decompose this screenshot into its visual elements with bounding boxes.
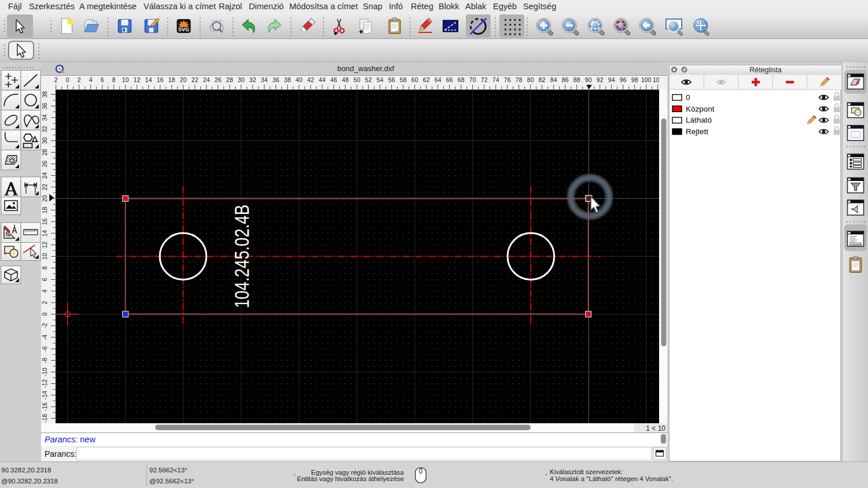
svg-text:24: 24 [203, 76, 210, 83]
svg-text:10: 10 [122, 76, 129, 83]
svg-text:32: 32 [249, 76, 256, 83]
svg-text:34: 34 [261, 76, 268, 83]
svg-text:100: 100 [641, 76, 652, 83]
svg-text:12: 12 [134, 76, 141, 83]
svg-text:84: 84 [550, 76, 557, 83]
svg-text:48: 48 [342, 76, 349, 83]
svg-text:12: 12 [42, 241, 49, 248]
svg-text:0: 0 [686, 93, 690, 102]
svg-text:38: 38 [284, 76, 291, 83]
svg-text:0: 0 [42, 312, 49, 316]
svg-text:2: 2 [42, 301, 49, 304]
svg-text:-10: -10 [42, 368, 49, 376]
svg-text:94: 94 [608, 76, 615, 83]
svg-text:20: 20 [180, 76, 187, 83]
svg-text:34: 34 [42, 114, 49, 121]
svg-text:30: 30 [42, 137, 49, 144]
svg-text:36: 36 [42, 102, 49, 109]
svg-text:26: 26 [215, 76, 222, 83]
svg-text:8: 8 [42, 266, 49, 269]
svg-text:2: 2 [54, 76, 58, 83]
svg-text:76: 76 [504, 76, 511, 83]
svg-text:40: 40 [296, 76, 303, 83]
svg-text:42: 42 [307, 76, 314, 83]
svg-text:70: 70 [469, 76, 476, 83]
svg-text:66: 66 [446, 76, 453, 83]
svg-text:4: 4 [42, 289, 49, 293]
svg-text:14: 14 [42, 230, 49, 236]
svg-text:2: 2 [78, 76, 81, 83]
svg-text:32: 32 [42, 125, 49, 132]
svg-text:54: 54 [377, 76, 384, 83]
svg-text:18: 18 [168, 76, 175, 83]
svg-text:SVG: SVG [178, 27, 189, 32]
svg-text:16: 16 [157, 76, 164, 83]
svg-text:4: 4 [89, 76, 93, 83]
svg-text:-16: -16 [42, 402, 49, 411]
svg-text:26: 26 [42, 160, 49, 167]
svg-text:6: 6 [42, 278, 49, 281]
svg-text:Réteglista: Réteglista [749, 66, 782, 74]
svg-text:46: 46 [330, 76, 337, 83]
svg-text:8: 8 [112, 76, 116, 83]
svg-text:62: 62 [423, 76, 430, 83]
svg-text:104.245.02.4B: 104.245.02.4B [230, 205, 253, 308]
svg-text:16: 16 [42, 218, 49, 225]
svg-text:68: 68 [458, 76, 465, 83]
svg-text:50: 50 [354, 76, 361, 83]
svg-text:96: 96 [620, 76, 627, 83]
svg-text:90: 90 [585, 76, 592, 83]
svg-text:56: 56 [388, 76, 395, 83]
svg-text:1 < 10: 1 < 10 [646, 424, 665, 432]
svg-text:82: 82 [539, 76, 546, 83]
svg-text:98: 98 [631, 76, 638, 83]
svg-text:64: 64 [435, 76, 442, 83]
svg-text:18: 18 [42, 206, 49, 213]
svg-text:14: 14 [145, 76, 152, 83]
svg-text:22: 22 [192, 76, 198, 83]
svg-text:58: 58 [400, 76, 407, 83]
svg-text:30: 30 [238, 76, 245, 83]
svg-text:-18: -18 [42, 414, 49, 423]
svg-text:38: 38 [42, 91, 49, 98]
svg-text:10: 10 [42, 253, 49, 260]
svg-text:24: 24 [42, 172, 49, 179]
svg-text:20: 20 [42, 195, 49, 202]
svg-text:0: 0 [66, 76, 69, 83]
svg-text:52: 52 [365, 76, 372, 83]
svg-text:60: 60 [411, 76, 418, 83]
svg-text:Központ: Központ [686, 105, 715, 113]
svg-text:36: 36 [273, 76, 279, 83]
svg-text:92: 92 [597, 76, 604, 83]
svg-text:28: 28 [226, 76, 233, 83]
svg-text:78: 78 [516, 76, 523, 83]
svg-text:88: 88 [573, 76, 580, 83]
svg-text:6: 6 [101, 76, 104, 83]
svg-text:bond_washer.dxf: bond_washer.dxf [337, 64, 395, 73]
svg-text:-12: -12 [42, 379, 49, 388]
svg-text:86: 86 [562, 76, 569, 83]
svg-text:-8: -8 [42, 358, 49, 363]
svg-text:Látható: Látható [686, 116, 712, 124]
svg-text:22: 22 [42, 183, 49, 190]
svg-text:44: 44 [319, 76, 326, 83]
svg-text:Rejtett: Rejtett [686, 127, 708, 136]
svg-text:-6: -6 [42, 346, 49, 352]
svg-text:-4: -4 [42, 335, 49, 340]
svg-text:c:command: c:command [851, 243, 862, 246]
svg-text:-14: -14 [42, 391, 49, 400]
svg-text:74: 74 [492, 76, 499, 83]
svg-text:28: 28 [42, 149, 49, 156]
svg-text:80: 80 [527, 76, 534, 83]
svg-text:-2: -2 [42, 323, 49, 328]
svg-text:72: 72 [481, 76, 488, 83]
